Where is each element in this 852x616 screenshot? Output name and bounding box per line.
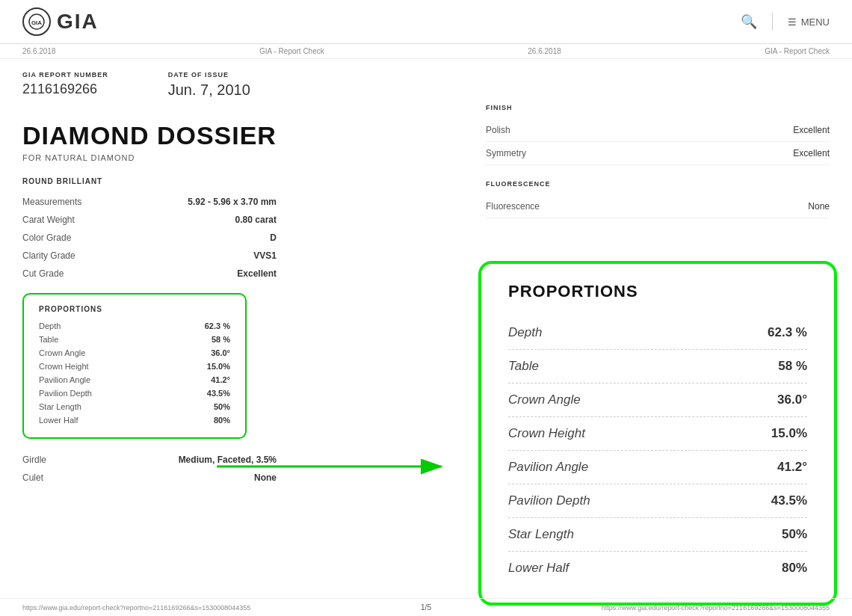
small-prop-val: 41.2° bbox=[211, 375, 230, 384]
fluor-value: None bbox=[808, 201, 830, 212]
small-prop-row: Pavilion Angle41.2° bbox=[39, 373, 230, 386]
small-prop-val: 50% bbox=[214, 402, 230, 411]
footer-page: 1/5 bbox=[421, 603, 431, 612]
menu-button[interactable]: ☰ MENU bbox=[788, 16, 830, 28]
footer: https://www.gia.edu/report-check?reportn… bbox=[0, 598, 852, 616]
large-prop-key: Lower Half bbox=[508, 561, 569, 576]
small-prop-val: 58 % bbox=[212, 335, 230, 344]
small-prop-val: 43.5% bbox=[207, 389, 230, 398]
symmetry-label: Symmetry bbox=[486, 148, 526, 158]
specs-val: VVS1 bbox=[253, 250, 277, 261]
large-prop-row: Crown Height15.0% bbox=[508, 417, 807, 451]
extra-specs: GirdleMedium, Faceted, 3.5%CuletNone bbox=[22, 451, 277, 487]
fluorescence-section: FLUORESCENCE Fluorescence None bbox=[486, 180, 830, 218]
extra-specs-row: GirdleMedium, Faceted, 3.5% bbox=[22, 451, 277, 469]
logo-area: GIA GIA bbox=[22, 7, 99, 36]
large-prop-val: 15.0% bbox=[771, 426, 807, 441]
specs-row: Color GradeD bbox=[22, 229, 277, 247]
large-prop-row: Star Length50% bbox=[508, 518, 807, 552]
report-date-value: Jun. 7, 2010 bbox=[168, 81, 250, 99]
header-controls: 🔍 ☰ MENU bbox=[741, 13, 830, 31]
date-right: 26.6.2018 bbox=[528, 47, 561, 55]
large-prop-val: 36.0° bbox=[777, 392, 807, 407]
polish-row: Polish Excellent bbox=[486, 119, 830, 142]
svg-text:GIA: GIA bbox=[31, 19, 42, 26]
large-prop-key: Depth bbox=[508, 325, 542, 340]
large-prop-key: Table bbox=[508, 359, 539, 374]
polish-value: Excellent bbox=[793, 125, 830, 135]
small-prop-key: Pavilion Depth bbox=[39, 389, 92, 398]
header: GIA GIA 🔍 ☰ MENU bbox=[0, 0, 852, 44]
small-prop-key: Pavilion Angle bbox=[39, 375, 90, 384]
specs-val: Excellent bbox=[237, 268, 277, 279]
specs-val: D bbox=[270, 232, 277, 243]
specs-key: Color Grade bbox=[22, 232, 71, 243]
specs-row: Clarity GradeVVS1 bbox=[22, 247, 277, 265]
symmetry-row: Symmetry Excellent bbox=[486, 142, 830, 165]
small-prop-key: Depth bbox=[39, 321, 61, 330]
small-prop-key: Table bbox=[39, 335, 58, 344]
small-prop-row: Lower Half80% bbox=[39, 413, 230, 427]
extra-key: Girdle bbox=[22, 455, 46, 465]
report-check-right: GIA - Report Check bbox=[765, 47, 830, 55]
large-prop-val: 41.2° bbox=[777, 460, 807, 475]
finish-label: FINISH bbox=[486, 104, 830, 111]
report-date-block: DATE OF ISSUE Jun. 7, 2010 bbox=[168, 71, 250, 99]
large-prop-val: 62.3 % bbox=[768, 325, 807, 340]
specs-table: Measurements5.92 - 5.96 x 3.70 mmCarat W… bbox=[22, 193, 277, 283]
report-number-block: GIA REPORT NUMBER 2116169266 bbox=[22, 71, 108, 99]
large-prop-key: Pavilion Depth bbox=[508, 493, 590, 508]
report-number-value: 2116169266 bbox=[22, 81, 108, 97]
menu-icon: ☰ bbox=[788, 16, 797, 28]
fluor-label: FLUORESCENCE bbox=[486, 180, 830, 188]
large-prop-row: Lower Half80% bbox=[508, 552, 807, 585]
symmetry-value: Excellent bbox=[793, 148, 830, 158]
small-prop-title: PROPORTIONS bbox=[39, 305, 230, 313]
large-prop-title: PROPORTIONS bbox=[508, 282, 807, 301]
specs-key: Carat Weight bbox=[22, 215, 75, 225]
extra-val: Medium, Faceted, 3.5% bbox=[179, 455, 277, 465]
specs-row: Carat Weight0.80 carat bbox=[22, 211, 277, 229]
large-prop-row: Pavilion Angle41.2° bbox=[508, 451, 807, 484]
report-info: GIA REPORT NUMBER 2116169266 DATE OF ISS… bbox=[22, 71, 852, 99]
small-prop-key: Crown Height bbox=[39, 362, 89, 371]
report-check-left: GIA - Report Check bbox=[259, 47, 324, 55]
extra-key: Culet bbox=[22, 472, 43, 483]
header-divider bbox=[772, 13, 773, 31]
date-bar: 26.6.2018 GIA - Report Check 26.6.2018 G… bbox=[0, 44, 852, 59]
small-prop-key: Crown Angle bbox=[39, 348, 85, 357]
specs-val: 0.80 carat bbox=[235, 215, 277, 225]
small-prop-val: 15.0% bbox=[207, 362, 230, 371]
report-date-label: DATE OF ISSUE bbox=[168, 71, 250, 78]
large-prop-val: 58 % bbox=[778, 359, 807, 374]
large-proportions-box: PROPORTIONS Depth62.3 %Table58 %Crown An… bbox=[478, 261, 837, 606]
small-prop-row: Depth62.3 % bbox=[39, 319, 230, 333]
large-prop-val: 80% bbox=[782, 561, 807, 576]
fluor-key: Fluorescence bbox=[486, 201, 540, 212]
large-prop-key: Star Length bbox=[508, 527, 574, 542]
small-prop-rows: Depth62.3 %Table58 %Crown Angle36.0°Crow… bbox=[39, 319, 230, 427]
extra-val: None bbox=[254, 472, 277, 483]
polish-label: Polish bbox=[486, 125, 510, 135]
footer-url-right: https://www.gia.edu/report-check?reportn… bbox=[602, 604, 830, 612]
small-prop-row: Crown Height15.0% bbox=[39, 360, 230, 373]
small-prop-row: Star Length50% bbox=[39, 400, 230, 413]
report-number-label: GIA REPORT NUMBER bbox=[22, 71, 108, 78]
small-prop-row: Pavilion Depth43.5% bbox=[39, 386, 230, 400]
specs-row: Cut GradeExcellent bbox=[22, 265, 277, 283]
large-prop-val: 50% bbox=[782, 527, 807, 542]
large-prop-row: Table58 % bbox=[508, 350, 807, 384]
specs-key: Clarity Grade bbox=[22, 250, 75, 261]
large-prop-row: Pavilion Depth43.5% bbox=[508, 484, 807, 518]
small-prop-key: Star Length bbox=[39, 402, 81, 411]
specs-key: Cut Grade bbox=[22, 268, 64, 279]
small-prop-row: Table58 % bbox=[39, 333, 230, 346]
search-icon[interactable]: 🔍 bbox=[741, 13, 757, 30]
finish-section: FINISH Polish Excellent Symmetry Excelle… bbox=[486, 104, 830, 218]
large-prop-val: 43.5% bbox=[771, 493, 807, 508]
large-prop-key: Crown Height bbox=[508, 426, 585, 441]
menu-label: MENU bbox=[801, 16, 830, 28]
gia-logo-icon: GIA bbox=[22, 7, 51, 36]
large-prop-key: Crown Angle bbox=[508, 392, 581, 407]
extra-specs-row: CuletNone bbox=[22, 469, 277, 487]
